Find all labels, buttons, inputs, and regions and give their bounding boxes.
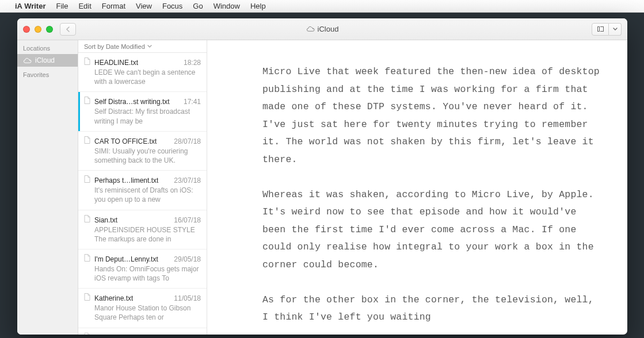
sidebar: Locations iCloud Favorites [17,40,78,335]
sidebar-item-icloud[interactable]: iCloud [17,54,78,67]
close-button[interactable] [23,26,30,33]
zoom-button[interactable] [46,26,53,33]
file-preview: It's reminiscent of Drafts on iOS: you o… [94,186,201,204]
document-icon [84,136,91,144]
window-title: iCloud [17,25,627,33]
file-item[interactable]: Mom's m…f Lizzie.txt9/05/18 [78,328,207,335]
document-icon [84,293,91,301]
file-item[interactable]: CAR TO OFFICE.txt28/07/18SIMI: Usually y… [78,132,207,171]
file-date: 23/07/18 [170,176,201,185]
menu-go[interactable]: Go [193,2,203,10]
file-name: Sian.txt [94,216,117,224]
menu-edit[interactable]: Edit [78,2,91,10]
back-button[interactable] [60,23,76,36]
document-icon [84,215,91,222]
file-date: 9/05/18 [174,334,201,335]
file-item[interactable]: Perhaps t…liment.txt23/07/18It's reminis… [78,171,207,210]
cloud-icon [23,57,32,64]
file-name: CAR TO OFFICE.txt [94,137,157,145]
cloud-icon [306,25,315,33]
toolbar-right [592,23,622,36]
file-date: 28/07/18 [170,137,201,145]
file-date: 16/07/18 [170,216,201,224]
file-name: HEADLINE.txt [94,59,138,67]
menu-format[interactable]: Format [102,2,125,10]
menu-focus[interactable]: Focus [162,2,182,10]
sort-button[interactable]: Sort by Date Modified [78,40,207,53]
window-body: Locations iCloud Favorites Sort by Date … [17,40,627,335]
file-items: HEADLINE.txt18:28LEDE We can't begin a s… [78,53,207,335]
file-item[interactable]: Sian.txt16/07/18APPLEINSIDER HOUSE STYLE… [78,210,207,249]
file-name: I'm Deput…Lenny.txt [94,255,158,263]
menu-view[interactable]: View [136,2,152,10]
file-name: Perhaps t…liment.txt [94,176,158,185]
chevron-down-icon [613,28,618,31]
menu-help[interactable]: Help [250,2,266,10]
minimize-button[interactable] [35,26,41,33]
file-preview: Self Distract: My first broadcast writin… [94,107,201,125]
panel-dropdown-button[interactable] [609,23,622,36]
editor-text[interactable]: Micro Live that week featured the then-n… [262,63,601,327]
panel-toggle-button[interactable] [592,23,609,36]
file-date: 17:41 [180,98,201,106]
app-window: iCloud Locations iCloud Favorites Sort b… [17,18,627,335]
sidebar-item-label: iCloud [35,56,55,64]
sort-label: Sort by Date Modified [84,43,145,50]
titlebar[interactable]: iCloud [17,18,627,40]
file-date: 29/05/18 [170,255,201,263]
traffic-lights [23,26,53,33]
file-item[interactable]: Self Distra…st writing.txt17:41Self Dist… [78,92,207,131]
file-preview: SIMI: Usually you're couriering somethin… [94,147,201,165]
file-list: Sort by Date Modified HEADLINE.txt18:28L… [78,40,207,335]
panel-layout-icon [597,26,604,32]
file-item[interactable]: I'm Deput…Lenny.txt29/05/18Hands On: Omn… [78,249,207,289]
document-icon [84,97,91,104]
document-icon [84,333,91,335]
file-name: Mom's m…f Lizzie.txt [94,334,160,335]
file-item[interactable]: HEADLINE.txt18:28LEDE We can't begin a s… [78,53,207,92]
document-icon [84,254,91,262]
file-item[interactable]: Katherine.txt11/05/18Manor House Station… [78,289,207,328]
file-preview: APPLEINSIDER HOUSE STYLE The markups are… [94,225,201,244]
sidebar-section-favorites: Favorites [17,67,78,80]
file-date: 18:28 [180,59,201,67]
window-title-text: iCloud [318,25,339,33]
chevron-down-icon [147,45,152,48]
menu-file[interactable]: File [56,2,68,10]
file-name: Katherine.txt [94,294,133,302]
file-preview: LEDE We can't begin a sentence with a lo… [94,68,201,86]
chevron-left-icon [66,26,70,32]
sidebar-section-locations: Locations [17,40,78,54]
file-date: 11/05/18 [170,294,201,302]
file-preview: Hands On: OmniFocus gets major iOS revam… [94,264,201,283]
document-icon [84,57,91,65]
menu-window[interactable]: Window [214,2,240,10]
file-name: Self Distra…st writing.txt [94,98,170,106]
file-preview: Manor House Station to Gibson Square Per… [94,304,201,322]
editor[interactable]: Micro Live that week featured the then-n… [207,40,627,335]
document-icon [84,175,91,183]
menubar[interactable]: iA Writer File Edit Format View Focus Go… [0,0,644,13]
menubar-app-name[interactable]: iA Writer [15,2,45,10]
